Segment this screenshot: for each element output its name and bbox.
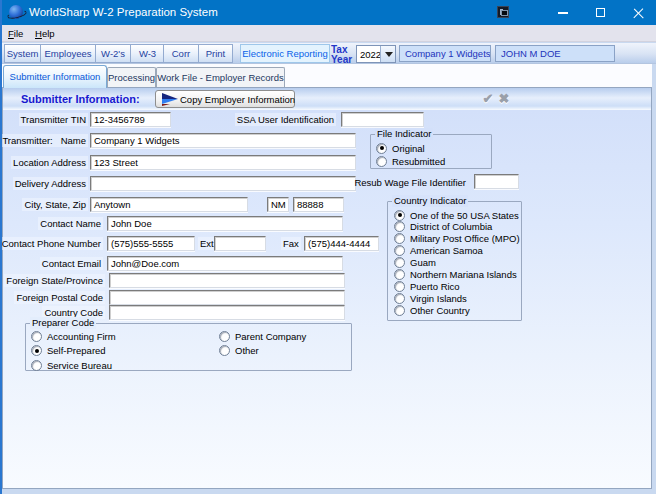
copy-button-label: Copy Employer Information — [180, 92, 295, 107]
copy-arrow-icon — [161, 93, 180, 106]
toolbar-button-electronic-reporting[interactable]: Electronic Reporting — [240, 44, 330, 63]
tax-year-select[interactable]: 2022 — [356, 45, 396, 63]
toolbar-button-employees[interactable]: Employees — [40, 44, 96, 63]
app-icon — [9, 5, 23, 19]
copy-employer-information-button[interactable]: Copy Employer Information — [155, 90, 295, 108]
tab-submitter-information[interactable]: Submitter Information — [3, 65, 107, 88]
transmitter-tin-label: Transmitter TIN — [19, 113, 88, 126]
city-input[interactable]: Anytown — [90, 197, 248, 212]
ssa-user-id-input[interactable] — [341, 112, 424, 127]
radio-self-prepared[interactable]: Self-Prepared — [31, 345, 106, 357]
radio-other-country-icon — [394, 305, 405, 316]
radio-other[interactable]: Other — [219, 345, 259, 357]
zip-input[interactable]: 88888 — [293, 197, 344, 212]
radio-other-icon — [219, 345, 230, 356]
radio-puerto-rico[interactable]: Puerto Rico — [394, 280, 460, 292]
foreign-state-label: Foreign State/Province — [4, 274, 105, 287]
location-address-label: Location Address — [11, 156, 88, 169]
menu-help-accel: H — [35, 28, 42, 39]
menu-help[interactable]: Help — [33, 27, 57, 41]
company-field[interactable]: Company 1 Widgets — [399, 45, 491, 62]
ext-input[interactable] — [214, 236, 266, 251]
radio-accounting-firm[interactable]: Accounting Firm — [31, 330, 116, 342]
radio-guam[interactable]: Guam — [394, 257, 436, 269]
radio-parent-company-icon — [219, 331, 230, 342]
radio-puerto-rico-icon — [394, 281, 405, 292]
tab-processing[interactable]: Processing — [107, 67, 156, 87]
close-button[interactable] — [633, 7, 644, 18]
section-title: Submitter Information: — [21, 93, 140, 105]
tax-year-value: 2022 — [360, 47, 381, 62]
tab-work-file-employer-records[interactable]: Work File - Employer Records — [156, 67, 285, 87]
transmitter-name-input[interactable]: Company 1 Widgets — [90, 133, 356, 148]
country-code-input[interactable] — [109, 305, 345, 320]
app-window: WorldSharp W-2 Preparation System File H… — [0, 0, 656, 494]
toolbar-button-w2s[interactable]: W-2's — [95, 44, 131, 63]
menu-file[interactable]: File — [6, 27, 25, 41]
radio-self-prepared-icon — [31, 345, 42, 356]
radio-usa-states[interactable]: One of the 50 USA States — [394, 209, 519, 221]
radio-virgin-islands[interactable]: Virgin Islands — [394, 292, 467, 304]
confirm-icon[interactable]: ✔ — [480, 91, 496, 106]
foreign-postal-label: Foreign Postal Code — [14, 291, 105, 304]
tax-year-label: TaxYear — [331, 44, 356, 64]
radio-american-samoa-icon — [394, 245, 405, 256]
radio-military-post-office-icon — [394, 233, 405, 244]
contact-email-label: Contact Email — [40, 257, 103, 270]
delivery-address-label: Delivery Address — [13, 177, 88, 190]
radio-american-samoa[interactable]: American Samoa — [394, 245, 483, 257]
contact-name-label: Contact Name — [38, 217, 103, 230]
contact-email-input[interactable]: John@Doe.com — [107, 256, 343, 271]
radio-military-post-office[interactable]: Military Post Office (MPO) — [394, 233, 520, 245]
radio-resubmitted-icon — [376, 156, 387, 167]
transmitter-name-label: Transmitter: Name — [0, 134, 88, 147]
maximize-button[interactable] — [596, 8, 605, 17]
delivery-address-input[interactable] — [90, 176, 356, 191]
foreign-state-input[interactable] — [109, 273, 345, 288]
foreign-postal-input[interactable] — [109, 290, 345, 305]
menu-bar: File Help — [0, 25, 656, 42]
radio-virgin-islands-icon — [394, 293, 405, 304]
radio-district-of-columbia-icon — [394, 221, 405, 232]
toolbar-button-w3[interactable]: W-3 — [130, 44, 165, 63]
contact-phone-input[interactable]: (575)555-5555 — [107, 236, 195, 251]
radio-resubmitted[interactable]: Resubmitted — [376, 155, 445, 167]
fax-label: Fax — [281, 237, 301, 250]
city-state-zip-label: City, State, Zip — [22, 198, 88, 211]
contact-name-input[interactable]: John Doe — [107, 216, 343, 231]
radio-other-country[interactable]: Other Country — [394, 304, 470, 316]
resub-wage-label: Resub Wage File Identifier — [352, 176, 468, 189]
toolbar-button-print[interactable]: Print — [198, 44, 233, 63]
titlebar-extra-icon — [497, 6, 509, 18]
window-title: WorldSharp W-2 Preparation System — [29, 6, 218, 18]
fax-input[interactable]: (575)444-4444 — [304, 236, 379, 251]
toolbar-button-system[interactable]: System — [4, 44, 41, 63]
user-field[interactable]: JOHN M DOE — [495, 45, 615, 62]
preparer-code-legend: Preparer Code — [30, 317, 96, 329]
file-indicator-legend: File Indicator — [375, 128, 433, 140]
menu-file-rest: ile — [14, 28, 24, 39]
transmitter-tin-input[interactable]: 12-3456789 — [90, 112, 171, 127]
tax-year-dropdown-arrow-icon[interactable] — [380, 46, 395, 62]
resub-wage-input[interactable] — [474, 174, 519, 189]
minimize-button[interactable] — [558, 12, 568, 14]
state-input[interactable]: NM — [267, 197, 289, 212]
toolbar-button-corr[interactable]: Corr — [163, 44, 199, 63]
location-address-input[interactable]: 123 Street — [90, 155, 356, 170]
radio-usa-states-icon — [394, 210, 405, 221]
country-indicator-legend: Country Indicator — [392, 195, 468, 207]
radio-service-bureau-icon — [31, 360, 42, 371]
window-left-edge — [0, 0, 2, 494]
cancel-icon[interactable]: ✖ — [496, 91, 512, 106]
toolbar: System Employees W-2's W-3 Corr Print El… — [0, 43, 656, 64]
radio-district-of-columbia[interactable]: District of Columbia — [394, 221, 492, 233]
contact-phone-label: Contact Phone Number — [0, 237, 103, 250]
radio-original[interactable]: Original — [376, 142, 425, 154]
radio-accounting-firm-icon — [31, 331, 42, 342]
radio-northern-mariana-islands-icon — [394, 269, 405, 280]
ssa-user-id-label: SSA User Identification — [235, 113, 336, 126]
title-bar: WorldSharp W-2 Preparation System — [0, 0, 656, 25]
radio-service-bureau[interactable]: Service Bureau — [31, 359, 112, 371]
radio-parent-company[interactable]: Parent Company — [219, 330, 306, 342]
radio-northern-mariana-islands[interactable]: Northern Mariana Islands — [394, 269, 517, 281]
